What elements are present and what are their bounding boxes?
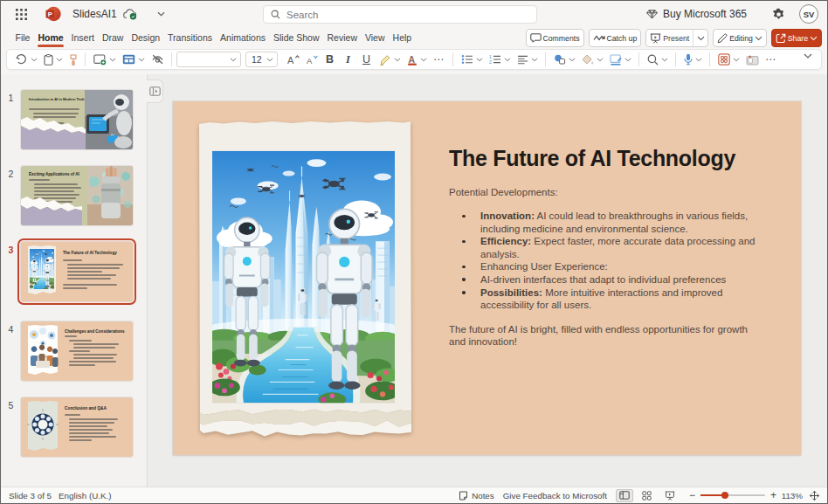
shrink-font-button[interactable]: A (302, 50, 321, 69)
more-font-options-button[interactable]: ⋯ (430, 50, 448, 69)
shapes-chevron-icon[interactable] (569, 58, 576, 62)
svg-text:P: P (48, 10, 52, 18)
dictate-button[interactable] (680, 50, 705, 69)
settings-gear-icon[interactable] (768, 3, 789, 24)
new-slide-chevron-icon[interactable] (109, 58, 116, 62)
present-dropdown-chevron-icon[interactable] (693, 30, 707, 46)
hide-slide-button[interactable] (148, 50, 167, 69)
font-size-combobox[interactable]: 12 (245, 52, 278, 67)
menu-tab-help[interactable]: Help (389, 29, 416, 48)
italic-button[interactable]: I (339, 50, 357, 69)
feedback-link[interactable]: Give Feedback to Microsoft (503, 491, 607, 501)
slide-bullet-list[interactable]: Innovation: AI could lead to breakthroug… (449, 210, 756, 312)
slide-2-thumbnail[interactable]: Exciting Applications of AI (21, 166, 133, 225)
shape-outline-button[interactable] (606, 50, 634, 69)
layout-button[interactable] (119, 50, 148, 69)
waffle-grid-icon (16, 9, 27, 20)
fit-to-window-button[interactable] (810, 491, 819, 501)
menu-tab-view[interactable]: View (361, 29, 389, 48)
shape-fill-button[interactable] (578, 50, 606, 69)
menu-tab-file[interactable]: File (11, 29, 34, 48)
slideshow-view-button[interactable] (661, 489, 679, 502)
slide-closing-text[interactable]: The future of AI is bright, filled with … (449, 323, 756, 349)
slide-text-block[interactable]: The Future of AI Technology Potential De… (449, 146, 756, 349)
bold-button[interactable]: B (321, 50, 339, 69)
menu-tab-slide-show[interactable]: Slide Show (270, 29, 324, 48)
undo-button[interactable] (12, 50, 40, 69)
slide-4-thumbnail[interactable]: Challenges and Considerations (21, 321, 133, 381)
slide-sorter-view-button[interactable] (638, 489, 656, 502)
highlight-chevron-icon[interactable] (394, 58, 401, 62)
saved-to-cloud-icon[interactable] (123, 9, 138, 20)
editing-mode-button[interactable]: Editing (713, 29, 767, 47)
comments-button[interactable]: Comments (526, 29, 584, 47)
font-name-combobox[interactable] (176, 52, 241, 67)
share-button[interactable]: Share (771, 29, 822, 47)
search-input[interactable]: Search (263, 5, 537, 24)
slide-5-thumbnail[interactable]: Conclusion and Q&A (21, 397, 133, 457)
zoom-slider[interactable] (700, 494, 765, 496)
shape-outline-chevron-icon[interactable] (624, 58, 631, 62)
slide-title[interactable]: The Future of AI Technology (449, 146, 756, 171)
buy-microsoft-365-button[interactable]: Buy Microsoft 365 (646, 8, 747, 20)
present-button[interactable]: Present (646, 30, 693, 46)
zoom-out-button[interactable]: − (689, 489, 695, 501)
zoom-percentage[interactable]: 113% (776, 491, 803, 501)
shapes-button[interactable] (550, 50, 578, 69)
find-chevron-icon[interactable] (661, 58, 668, 62)
align-button[interactable] (514, 50, 541, 69)
menu-items: FileHomeInsertDrawDesignTransitionsAnima… (11, 29, 416, 48)
bullets-button[interactable] (458, 50, 486, 69)
dictate-chevron-icon[interactable] (695, 58, 702, 62)
numbering-button[interactable]: 12 (486, 50, 514, 69)
menu-tab-animations[interactable]: Animations (217, 29, 270, 48)
numbering-chevron-icon[interactable] (504, 58, 511, 62)
avatar[interactable]: SV (799, 4, 818, 24)
slide-1-thumbnail[interactable]: Introduction to AI in Modern Tech (21, 90, 133, 149)
designer-chevron-icon[interactable] (733, 58, 740, 62)
find-button[interactable] (644, 50, 671, 69)
zoom-slider-knob[interactable] (721, 492, 728, 499)
paste-chevron-icon[interactable] (56, 58, 63, 62)
shape-fill-chevron-icon[interactable] (597, 58, 604, 62)
underline-button[interactable]: U (357, 50, 376, 69)
catch-up-button[interactable]: Catch up (589, 29, 642, 47)
svg-text:A: A (307, 56, 313, 65)
bullets-chevron-icon[interactable] (476, 58, 483, 62)
ribbon-collapse-chevron-icon[interactable] (804, 53, 812, 59)
slide-counter[interactable]: Slide 3 of 5 (9, 491, 52, 501)
menu-tab-home[interactable]: Home (34, 29, 67, 48)
collapse-thumbnail-panel-button[interactable] (147, 79, 163, 103)
menu-tab-design[interactable]: Design (128, 29, 164, 48)
powerpoint-logo-icon[interactable]: P (45, 5, 62, 23)
paste-button[interactable] (40, 50, 66, 69)
slide-3-thumbnail[interactable]: The Future of AI Technology (21, 242, 133, 301)
designer-button[interactable] (714, 50, 742, 69)
format-painter-button[interactable] (66, 50, 80, 69)
menu-tab-insert[interactable]: Insert (67, 29, 98, 48)
titlebar: P SlidesAI1 Search Buy Microsoft 365 (1, 1, 827, 27)
layout-chevron-icon[interactable] (138, 58, 145, 62)
highlight-button[interactable] (376, 50, 404, 69)
language-selector[interactable]: English (U.K.) (59, 491, 111, 501)
menu-tab-draw[interactable]: Draw (98, 29, 128, 48)
notes-toggle[interactable]: Notes (459, 491, 494, 501)
menu-tab-transitions[interactable]: Transitions (164, 29, 217, 48)
document-title[interactable]: SlidesAI1 (72, 8, 117, 20)
addins-button[interactable] (742, 50, 762, 69)
title-dropdown-chevron-icon[interactable] (157, 11, 165, 17)
menu-tab-review[interactable]: Review (323, 29, 361, 48)
chevron-down-icon (531, 58, 538, 62)
align-chevron-icon[interactable] (531, 58, 538, 62)
app-launcher-waffle-icon[interactable] (10, 3, 32, 25)
normal-view-button[interactable] (616, 489, 633, 502)
undo-chevron-icon[interactable] (31, 58, 38, 62)
font-color-button[interactable]: A (404, 50, 430, 69)
grow-font-button[interactable]: A (283, 50, 302, 69)
font-color-chevron-icon[interactable] (420, 58, 427, 62)
new-slide-button[interactable] (90, 50, 119, 69)
more-ribbon-options-button[interactable]: ⋯ (762, 50, 780, 69)
zoom-in-button[interactable]: + (770, 489, 776, 501)
slide-intro-text[interactable]: Potential Developments: (449, 187, 756, 197)
slide-editor[interactable]: The Future of AI Technology Potential De… (173, 101, 801, 455)
